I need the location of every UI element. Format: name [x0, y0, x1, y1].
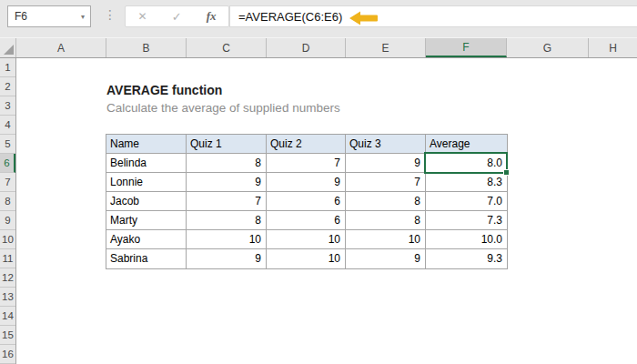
name-box-dropdown-icon[interactable]: ▾	[81, 13, 85, 21]
callout-arrow-icon	[349, 11, 378, 25]
cell-e9[interactable]: 8	[346, 211, 426, 230]
row-header-15[interactable]: 15	[0, 326, 15, 345]
table-header-quiz1[interactable]: Quiz 1	[187, 135, 267, 154]
row-header-6-selected[interactable]: 6	[0, 154, 15, 173]
row-header-4[interactable]: 4	[0, 116, 15, 135]
selected-cell-outline[interactable]	[424, 152, 508, 174]
cell-f10[interactable]: 10.0	[426, 230, 507, 249]
column-header-g[interactable]: G	[507, 38, 589, 57]
formula-bar-separator-icon: ⋮	[104, 11, 116, 19]
column-header-e[interactable]: E	[346, 38, 426, 57]
row-header-12[interactable]: 12	[0, 268, 15, 288]
cell-c7[interactable]: 9	[187, 173, 267, 192]
row-header-2[interactable]: 2	[0, 77, 15, 96]
cell-f9[interactable]: 7.3	[426, 211, 507, 230]
excel-window: F6 ▾ ⋮ ✕ ✓ fx =AVERAGE(C6:E6) A B C D E …	[0, 0, 637, 364]
row-headers: 1 2 3 4 5 6 7 8 9 10 11 12 13 14 15 16	[0, 58, 16, 364]
cell-b11[interactable]: Sabrina	[106, 249, 187, 268]
formula-buttons: ✕ ✓ fx	[125, 5, 229, 27]
cell-c9[interactable]: 8	[187, 211, 267, 230]
formula-text: =AVERAGE(C6:E6)	[238, 10, 342, 24]
fill-handle[interactable]	[503, 169, 510, 176]
table-header-quiz3[interactable]: Quiz 3	[346, 135, 426, 154]
row-header-10[interactable]: 10	[0, 230, 15, 249]
cell-e11[interactable]: 9	[346, 249, 426, 268]
cell-b10[interactable]: Ayako	[106, 230, 187, 249]
column-headers: A B C D E F G H	[0, 37, 637, 58]
column-header-h[interactable]: H	[589, 38, 637, 57]
row-header-9[interactable]: 9	[0, 211, 15, 230]
name-box[interactable]: F6 ▾	[7, 5, 91, 27]
cell-d8[interactable]: 6	[267, 192, 346, 211]
column-header-b[interactable]: B	[106, 38, 187, 57]
row-header-11[interactable]: 11	[0, 249, 15, 268]
cell-c8[interactable]: 7	[187, 192, 267, 211]
row-header-14[interactable]: 14	[0, 307, 15, 326]
table-header-quiz2[interactable]: Quiz 2	[267, 135, 346, 154]
cell-d9[interactable]: 6	[267, 211, 346, 230]
cell-d7[interactable]: 9	[267, 173, 346, 192]
column-header-c[interactable]: C	[187, 38, 267, 57]
cell-b8[interactable]: Jacob	[106, 192, 187, 211]
formula-bar: F6 ▾ ⋮ ✕ ✓ fx =AVERAGE(C6:E6)	[0, 0, 637, 37]
table-header-average[interactable]: Average	[426, 135, 507, 154]
page-subtitle[interactable]: Calculate the average of supplied number…	[106, 101, 340, 115]
cell-e10[interactable]: 10	[346, 230, 426, 249]
column-header-f-selected[interactable]: F	[426, 38, 507, 57]
cell-e8[interactable]: 8	[346, 192, 426, 211]
formula-input[interactable]: =AVERAGE(C6:E6)	[229, 5, 637, 27]
page-title[interactable]: AVERAGE function	[106, 83, 222, 97]
cell-b7[interactable]: Lonnie	[106, 173, 187, 192]
cell-f8[interactable]: 7.0	[426, 192, 507, 211]
column-header-a[interactable]: A	[16, 38, 106, 57]
row-header-16[interactable]: 16	[0, 345, 15, 364]
column-header-d[interactable]: D	[267, 38, 346, 57]
cell-d10[interactable]: 10	[267, 230, 346, 249]
cell-e6[interactable]: 9	[346, 154, 426, 173]
cell-c6[interactable]: 8	[187, 154, 267, 173]
cell-d6[interactable]: 7	[267, 154, 346, 173]
select-all-triangle-icon	[4, 45, 14, 55]
cell-c11[interactable]: 9	[187, 249, 267, 268]
enter-icon[interactable]: ✓	[172, 10, 182, 24]
cell-f7[interactable]: 8.3	[426, 173, 507, 192]
row-header-1[interactable]: 1	[0, 58, 15, 77]
row-header-5[interactable]: 5	[0, 135, 15, 154]
cell-c10[interactable]: 10	[187, 230, 267, 249]
name-box-value: F6	[15, 10, 27, 23]
cell-e7[interactable]: 7	[346, 173, 426, 192]
row-header-7[interactable]: 7	[0, 173, 15, 192]
select-all-corner[interactable]	[0, 38, 16, 57]
row-header-3[interactable]: 3	[0, 96, 15, 116]
table-header-name[interactable]: Name	[106, 135, 187, 154]
row-header-13[interactable]: 13	[0, 288, 15, 307]
cell-b6[interactable]: Belinda	[106, 154, 187, 173]
insert-function-icon[interactable]: fx	[207, 9, 217, 24]
row-header-8[interactable]: 8	[0, 192, 15, 211]
cancel-icon[interactable]: ✕	[138, 10, 147, 23]
cell-f11[interactable]: 9.3	[426, 249, 507, 268]
cell-b9[interactable]: Marty	[106, 211, 187, 230]
cell-d11[interactable]: 10	[267, 249, 346, 268]
